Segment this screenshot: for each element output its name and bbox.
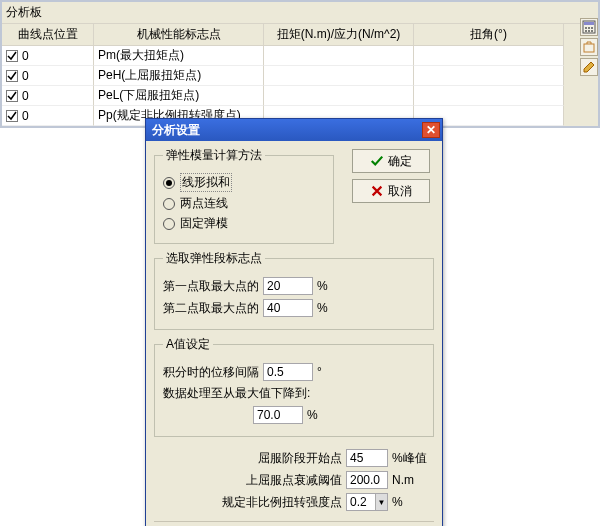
radio-two-point[interactable]: 两点连线	[163, 195, 325, 212]
svg-rect-1	[584, 22, 594, 25]
svg-point-4	[591, 27, 593, 29]
ok-button[interactable]: 确定	[352, 149, 430, 173]
analysis-grid: 曲线点位置 机械性能标志点 扭矩(N.m)/应力(N/m^2) 扭角(°) ▲▼…	[2, 24, 598, 126]
yield-settings: 屈服阶段开始点 %峰值 上屈服点衰减阈值 N.m 规定非比例扭转强度点 ▼ %	[154, 443, 434, 521]
row-pos-cell: ▲▼	[2, 106, 94, 126]
edit-icon[interactable]	[580, 58, 598, 76]
dropdown-arrow-icon[interactable]: ▼	[375, 494, 387, 510]
group-a: A值设定 积分时的位移间隔 ° 数据处理至从最大值下降到: %	[154, 336, 434, 437]
svg-point-7	[591, 30, 593, 32]
radio-linear-fit[interactable]: 线形拟和	[163, 173, 325, 192]
row-checkbox[interactable]	[6, 50, 18, 62]
ok-label: 确定	[388, 153, 412, 170]
svg-point-6	[588, 30, 590, 32]
marks-row2-label: 第二点取最大点的	[163, 300, 259, 317]
group-elastic-legend: 弹性模量计算方法	[163, 147, 265, 164]
processing-checks: 对试验曲线进行去毛刺处理 对试验曲线进行平滑处理 对试验曲线进行插值处理	[154, 521, 434, 526]
unit-label: N.m	[392, 473, 430, 487]
row-mark-cell: PeL(下屈服扭矩点)	[94, 86, 264, 106]
radio-fixed[interactable]: 固定弹模	[163, 215, 325, 232]
row-pos-cell: ▲▼	[2, 86, 94, 106]
dialog-title: 分析设置	[152, 122, 200, 139]
row-mark-cell: PeH(上屈服扭矩点)	[94, 66, 264, 86]
cross-icon	[370, 184, 384, 198]
a-row1-label: 积分时的位移间隔	[163, 364, 259, 381]
row-torque-cell	[264, 86, 414, 106]
a-row2-input[interactable]	[253, 406, 303, 424]
side-toolbar	[580, 18, 600, 76]
a-row1-input[interactable]	[263, 363, 313, 381]
col-header-mark: 机械性能标志点	[94, 24, 264, 46]
marks-row2-input[interactable]	[263, 299, 313, 317]
marks-row1-label: 第一点取最大点的	[163, 278, 259, 295]
col-header-torque: 扭矩(N.m)/应力(N/m^2)	[264, 24, 414, 46]
row-checkbox[interactable]	[6, 90, 18, 102]
calculator-icon[interactable]	[580, 18, 598, 36]
panel-title: 分析板	[2, 2, 598, 24]
row-torque-cell	[264, 46, 414, 66]
cancel-button[interactable]: 取消	[352, 179, 430, 203]
group-marks-legend: 选取弹性段标志点	[163, 250, 265, 267]
group-elastic: 弹性模量计算方法 线形拟和 两点连线 固定弹模	[154, 147, 334, 244]
a-row2-label: 数据处理至从最大值下降到:	[163, 385, 310, 402]
dialog-titlebar[interactable]: 分析设置 ✕	[146, 119, 442, 141]
suffix-label: %	[392, 495, 430, 509]
col-header-angle: 扭角(°)	[414, 24, 564, 46]
svg-point-5	[585, 30, 587, 32]
row-angle-cell	[414, 86, 564, 106]
pct-label: %	[317, 301, 328, 315]
row-mark-cell: Pm(最大扭矩点)	[94, 46, 264, 66]
cancel-label: 取消	[388, 183, 412, 200]
row-torque-cell	[264, 66, 414, 86]
check-icon	[370, 154, 384, 168]
suffix-label: %峰值	[392, 450, 430, 467]
svg-rect-8	[584, 44, 594, 52]
group-a-legend: A值设定	[163, 336, 213, 353]
clear-icon[interactable]	[580, 38, 598, 56]
yield-row2-label: 上屈服点衰减阈值	[246, 472, 342, 489]
analysis-panel: 分析板 曲线点位置 机械性能标志点 扭矩(N.m)/应力(N/m^2) 扭角(°…	[0, 0, 600, 128]
marks-row1-input[interactable]	[263, 277, 313, 295]
group-marks: 选取弹性段标志点 第一点取最大点的 % 第二点取最大点的 %	[154, 250, 434, 330]
svg-point-2	[585, 27, 587, 29]
row-checkbox[interactable]	[6, 70, 18, 82]
row-checkbox[interactable]	[6, 110, 18, 122]
col-header-position: 曲线点位置	[2, 24, 94, 46]
row-pos-cell: ▲▼	[2, 66, 94, 86]
row-angle-cell	[414, 66, 564, 86]
row-angle-cell	[414, 46, 564, 66]
svg-point-3	[588, 27, 590, 29]
yield-row3-label: 规定非比例扭转强度点	[222, 494, 342, 511]
unit-label: °	[317, 365, 322, 379]
yield-row1-input[interactable]	[346, 449, 388, 467]
close-icon[interactable]: ✕	[422, 122, 440, 138]
row-pos-cell: ▲▼	[2, 46, 94, 66]
analysis-settings-dialog: 分析设置 ✕ 确定 取消 弹性模量计算方法 线形拟和 两点连线 固定弹模 选取弹…	[145, 118, 443, 526]
pct-label: %	[317, 279, 328, 293]
pct-label: %	[307, 408, 318, 422]
yield-row2-input[interactable]	[346, 471, 388, 489]
yield-row1-label: 屈服阶段开始点	[258, 450, 342, 467]
